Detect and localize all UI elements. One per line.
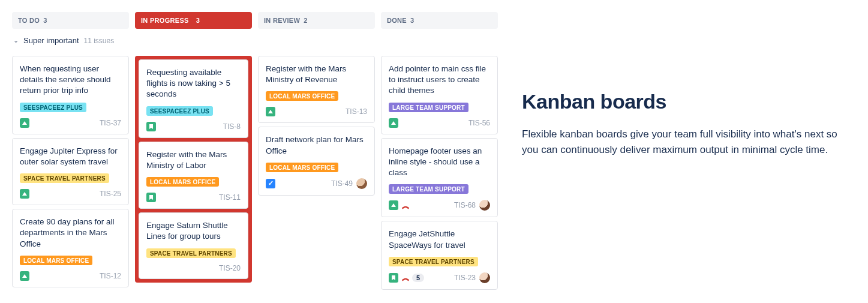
priority-arrow-up-icon	[389, 200, 398, 210]
epic-tag[interactable]: LOCAL MARS OFFICE	[146, 177, 219, 187]
swimlane-title: Super important	[23, 36, 79, 45]
card-footer: TIS-12	[20, 271, 121, 281]
column-inreview[interactable]: Register with the Mars Ministry of Reven…	[258, 56, 375, 196]
card-title: Engage Saturn Shuttle Lines for group to…	[146, 220, 241, 242]
marketing-copy: Kanban boards Flexible kanban boards giv…	[522, 12, 856, 158]
epic-tag[interactable]: SPACE TRAVEL PARTNERS	[389, 257, 478, 266]
card-title: Create 90 day plans for all departments …	[20, 217, 121, 250]
issue-key[interactable]: TIS-56	[468, 119, 490, 127]
card-footer-right: TIS-68	[454, 200, 490, 211]
card-footer-right: TIS-8	[223, 122, 241, 131]
issue-key[interactable]: TIS-13	[346, 107, 367, 116]
epic-tag[interactable]: SEESPACEEZ PLUS	[20, 103, 86, 112]
issue-card[interactable]: When requesting user details the service…	[12, 56, 129, 134]
card-footer-left	[389, 118, 398, 128]
priority-highest-icon: ︽	[402, 274, 409, 281]
card-title: Homepage footer uses an inline style - s…	[389, 146, 490, 179]
issue-key[interactable]: TIS-37	[100, 119, 121, 127]
issue-card[interactable]: Draft network plan for Mars OfficeLOCAL …	[258, 127, 375, 195]
epic-tag[interactable]: LOCAL MARS OFFICE	[20, 256, 92, 265]
card-footer-right: TIS-49	[331, 178, 367, 189]
priority-arrow-up-icon	[266, 107, 275, 116]
issue-card[interactable]: Engage Jupiter Express for outer solar s…	[12, 138, 129, 205]
assignee-avatar[interactable]	[479, 200, 490, 211]
card-footer-right: TIS-25	[100, 190, 121, 198]
issue-card[interactable]: Register with the Mars Ministry of Labor…	[139, 142, 248, 209]
issue-card[interactable]: Requesting available flights is now taki…	[139, 59, 248, 138]
card-footer-left	[20, 118, 29, 128]
column-count: 3	[43, 17, 47, 24]
column-header-done[interactable]: DONE 3	[381, 12, 498, 29]
issue-key[interactable]: TIS-12	[100, 272, 121, 280]
priority-highest-icon: ︽	[402, 202, 409, 209]
assignee-avatar[interactable]	[356, 178, 367, 189]
issue-card[interactable]: Register with the Mars Ministry of Reven…	[258, 56, 375, 123]
column-todo[interactable]: When requesting user details the service…	[12, 56, 129, 287]
card-footer-right: TIS-12	[100, 272, 121, 280]
card-title: Requesting available flights is now taki…	[146, 67, 241, 100]
epic-tag[interactable]: LOCAL MARS OFFICE	[266, 163, 338, 172]
issue-card[interactable]: Engage JetShuttle SpaceWays for travelSP…	[381, 221, 498, 289]
chevron-down-icon: ⌄	[13, 37, 19, 44]
swimlane-header[interactable]: ⌄ Super important 11 issues	[12, 34, 498, 46]
issue-key[interactable]: TIS-23	[454, 274, 476, 282]
column-header-inprogress[interactable]: IN PROGRESS 3	[135, 12, 252, 29]
issue-card[interactable]: Add pointer to main css file to instruct…	[381, 56, 498, 134]
card-title: Register with the Mars Ministry of Labor	[146, 149, 241, 171]
issue-key[interactable]: TIS-25	[100, 190, 121, 198]
task-check-icon	[266, 179, 275, 188]
marketing-heading: Kanban boards	[522, 90, 856, 113]
issue-key[interactable]: TIS-20	[219, 264, 241, 272]
column-label: DONE	[387, 17, 407, 24]
story-icon	[146, 193, 156, 202]
epic-tag[interactable]: SPACE TRAVEL PARTNERS	[20, 173, 109, 183]
card-footer: ︽TIS-68	[389, 200, 490, 211]
assignee-avatar[interactable]	[479, 272, 490, 283]
card-columns: When requesting user details the service…	[12, 51, 498, 290]
card-title: When requesting user details the service…	[20, 64, 121, 97]
card-title: Engage JetShuttle SpaceWays for travel	[389, 229, 490, 250]
card-footer-left: ︽	[389, 200, 409, 210]
epic-tag[interactable]: LARGE TEAM SUPPORT	[389, 103, 468, 112]
epic-tag[interactable]: LOCAL MARS OFFICE	[266, 91, 338, 101]
priority-arrow-up-icon	[20, 118, 29, 128]
column-done[interactable]: Add pointer to main css file to instruct…	[381, 56, 498, 290]
column-header-todo[interactable]: TO DO 3	[12, 12, 129, 29]
card-footer: TIS-25	[20, 189, 121, 199]
card-footer-left	[266, 179, 275, 188]
card-footer-right: TIS-13	[346, 107, 367, 116]
card-footer-left	[20, 189, 29, 199]
issue-key[interactable]: TIS-11	[219, 193, 241, 202]
column-label: TO DO	[18, 17, 40, 24]
card-footer-left	[146, 122, 156, 131]
card-footer: TIS-11	[146, 193, 241, 202]
issue-key[interactable]: TIS-49	[331, 179, 353, 188]
card-title: Engage Jupiter Express for outer solar s…	[20, 146, 121, 167]
column-inprogress[interactable]: Requesting available flights is now taki…	[135, 56, 252, 283]
column-count: 3	[410, 17, 414, 24]
column-count: 2	[304, 17, 307, 24]
swimlane-count: 11 issues	[84, 37, 115, 45]
card-footer-right: TIS-37	[100, 119, 121, 127]
marketing-body: Flexible kanban boards give your team fu…	[522, 127, 856, 158]
issue-card[interactable]: Create 90 day plans for all departments …	[12, 209, 129, 287]
issue-key[interactable]: TIS-68	[454, 201, 476, 209]
column-header-inreview[interactable]: IN REVIEW 2	[258, 12, 375, 29]
card-title: Add pointer to main css file to instruct…	[389, 64, 490, 97]
issue-card[interactable]: Engage Saturn Shuttle Lines for group to…	[139, 212, 248, 278]
card-footer: TIS-8	[146, 122, 241, 131]
priority-arrow-up-icon	[20, 189, 29, 199]
card-title: Register with the Mars Ministry of Reven…	[266, 64, 367, 85]
epic-tag[interactable]: SPACE TRAVEL PARTNERS	[146, 248, 236, 258]
epic-tag[interactable]: SEESPACEEZ PLUS	[146, 106, 213, 116]
issue-key[interactable]: TIS-8	[223, 122, 241, 131]
card-title: Draft network plan for Mars Office	[266, 134, 367, 156]
story-points-badge: 5	[412, 274, 424, 282]
card-footer-left	[20, 271, 29, 281]
story-icon	[389, 273, 398, 283]
epic-tag[interactable]: LARGE TEAM SUPPORT	[389, 184, 468, 194]
column-label: IN PROGRESS	[141, 17, 189, 24]
issue-card[interactable]: Homepage footer uses an inline style - s…	[381, 138, 498, 218]
priority-arrow-up-icon	[389, 118, 398, 128]
kanban-board: TO DO 3 IN PROGRESS 3 IN REVIEW 2	[12, 12, 498, 290]
